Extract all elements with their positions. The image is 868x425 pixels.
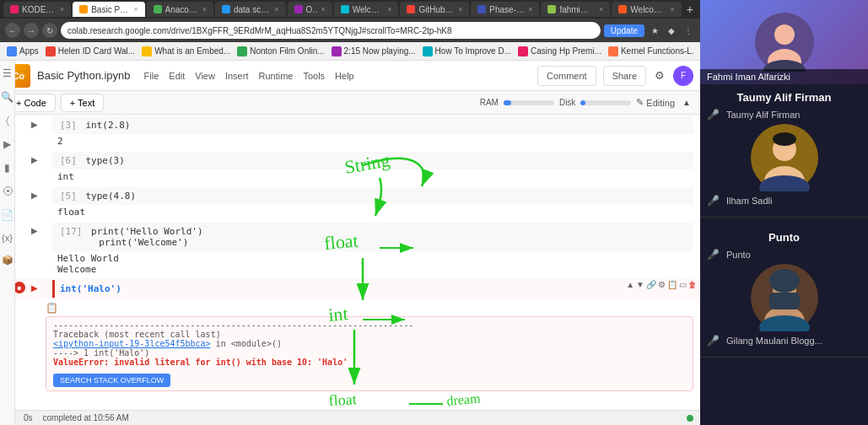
expand-icon[interactable]: ▲: [680, 96, 693, 110]
bookmark-item-1[interactable]: Helen ID Card Wal...: [46, 46, 135, 56]
sidebar-icon-8[interactable]: {x}: [2, 233, 13, 243]
settings-icon[interactable]: ⚙: [653, 69, 666, 83]
cell-down-icon[interactable]: ▼: [636, 280, 644, 289]
bookmark-item-4[interactable]: 2:15 Now playing...: [332, 46, 416, 56]
run-button-17[interactable]: ▶: [27, 223, 42, 238]
back-button[interactable]: ←: [5, 23, 20, 38]
new-tab-button[interactable]: +: [683, 3, 697, 16]
participant-name-taumy: Taumy Alif Firman: [726, 110, 800, 120]
menu-view[interactable]: View: [195, 71, 215, 81]
sidebar-icon-4[interactable]: ▶: [3, 138, 11, 150]
tab-close-9[interactable]: ×: [671, 5, 675, 13]
notebook-title: Basic Python.ipynb: [37, 69, 131, 82]
update-button[interactable]: Update: [604, 24, 644, 37]
browser-tab-9[interactable]: Welcome To...×: [612, 2, 682, 17]
cell-code-17[interactable]: [17] print('Hello World') print('Welcome…: [52, 223, 693, 251]
run-button-3[interactable]: ▶: [27, 116, 42, 132]
ram-label: RAM: [480, 98, 499, 107]
taumy-avatar-container: [707, 124, 861, 191]
editing-badge[interactable]: ✎ Editing: [636, 97, 675, 108]
sidebar-icon-9[interactable]: 📦: [2, 255, 13, 266]
participant-name-punto: Punto: [726, 250, 751, 260]
cell-code-3[interactable]: [3] int(2.8): [52, 116, 693, 134]
run-button-5[interactable]: ▶: [27, 187, 42, 202]
run-button-6[interactable]: ▶: [27, 152, 42, 167]
cell-code-6[interactable]: [6] type(3): [52, 152, 693, 169]
tab-close-5[interactable]: ×: [387, 5, 391, 13]
browser-tab-0[interactable]: KODE by H...×: [3, 2, 71, 17]
stop-icon: ■: [18, 284, 22, 292]
tab-close-8[interactable]: ×: [599, 5, 603, 13]
reload-button[interactable]: ↻: [42, 23, 57, 38]
cell-copy-icon[interactable]: 📋: [667, 280, 677, 289]
cell-settings-icon[interactable]: ⚙: [658, 280, 666, 289]
tab-close-2[interactable]: ×: [202, 5, 207, 13]
menu-tools[interactable]: Tools: [303, 71, 325, 81]
participant-section-title-taumy: Taumy Alif Firman: [707, 91, 861, 104]
cell-code-halo[interactable]: int('Halo'): [52, 280, 616, 298]
participant-row-gilang: 🎤 Gilang Maulani Blogg...: [707, 335, 861, 347]
browser-tab-3[interactable]: data science...×: [215, 2, 286, 17]
menu-help[interactable]: Help: [335, 71, 354, 81]
cell-row-17: ▶ [17] print('Hello World') print('Welco…: [15, 221, 700, 278]
traceback-link[interactable]: <ipython-input-19-3lce54f5bbca>: [53, 339, 211, 348]
extensions-icon[interactable]: ◆: [665, 24, 678, 37]
tab-close-1[interactable]: ×: [133, 5, 137, 13]
cell-mirror-icon[interactable]: ▭: [679, 280, 687, 289]
tab-favicon-4: [294, 5, 303, 13]
bm-favicon-0: [7, 46, 17, 56]
bookmark-item-3[interactable]: Nonton Film Onlin...: [237, 46, 324, 56]
cell-delete-icon[interactable]: 🗑: [688, 280, 697, 289]
bookmark-star-icon[interactable]: ★: [648, 24, 661, 37]
browser-tab-5[interactable]: Welcome t...×: [334, 2, 399, 17]
presenter-video: Fahmi Iman Alfarizki: [700, 0, 868, 84]
status-completed: completed at 10:56 AM: [43, 413, 129, 422]
bookmark-item-6[interactable]: Casing Hp Premi...: [518, 46, 601, 56]
tab-close-3[interactable]: ×: [274, 5, 278, 13]
bookmark-item-7[interactable]: Kernel Functions-L...: [608, 46, 693, 56]
menu-file[interactable]: File: [144, 71, 159, 81]
cell-row-halo: ■ ▶ int('Halo') ▲ ▼ 🔗: [15, 278, 700, 299]
tab-close-7[interactable]: ×: [528, 5, 532, 13]
sidebar-icon-7[interactable]: 📄: [1, 209, 13, 221]
cell-code-5[interactable]: [5] type(4.8): [52, 187, 693, 205]
cell-num-6: [6]: [60, 155, 77, 166]
copy-output-icon[interactable]: 📋: [46, 302, 58, 314]
colab-header: Co Basic Python.ipynb File Edit View Ins…: [0, 61, 700, 91]
browser-tab-6[interactable]: GitHub Clas...×: [400, 2, 469, 17]
browser-tab-4[interactable]: Other×: [288, 2, 332, 17]
browser-tab-1[interactable]: Basic Python...×: [73, 2, 144, 17]
sidebar-icon-3[interactable]: 〈: [6, 115, 9, 126]
browser-tab-8[interactable]: fahmimnalfir...×: [541, 2, 610, 17]
user-avatar[interactable]: F: [673, 66, 693, 86]
menu-insert[interactable]: Insert: [225, 71, 249, 81]
bookmark-item-5[interactable]: How To Improve D...: [423, 46, 511, 56]
tab-close-4[interactable]: ×: [321, 5, 326, 13]
traceback-separator: ----------------------------------------…: [53, 320, 686, 330]
forward-button[interactable]: →: [24, 23, 39, 38]
menu-runtime[interactable]: Runtime: [258, 71, 293, 81]
add-text-button[interactable]: + Text: [61, 94, 104, 112]
comment-button[interactable]: Comment: [537, 66, 596, 86]
bm-favicon-1: [46, 46, 56, 56]
bookmark-item-2[interactable]: What is an Embed...: [142, 46, 230, 56]
tab-close-6[interactable]: ×: [458, 5, 462, 13]
run-button-halo[interactable]: ▶: [27, 280, 42, 295]
share-button[interactable]: Share: [603, 66, 646, 86]
menu-edit[interactable]: Edit: [169, 71, 185, 81]
cell-up-icon[interactable]: ▲: [626, 280, 634, 289]
browser-tab-7[interactable]: Phase-X-FT...×: [471, 2, 539, 17]
sidebar-icon-6[interactable]: 🖸: [3, 186, 13, 197]
bookmark-item-0[interactable]: Apps: [7, 46, 39, 56]
error-message: ValueError: invalid literal for int() wi…: [53, 358, 686, 367]
search-stackoverflow-button[interactable]: SEARCH STACK OVERFLOW: [53, 374, 170, 387]
tab-close-0[interactable]: ×: [60, 5, 64, 13]
browser-tab-2[interactable]: Anaconda I...×: [147, 2, 213, 17]
bm-label-0: Apps: [19, 46, 39, 56]
sidebar-icon-5[interactable]: ▮: [4, 162, 10, 174]
bm-favicon-7: [608, 46, 618, 56]
address-input[interactable]: [61, 22, 601, 39]
bm-favicon-2: [142, 46, 152, 56]
cell-link-icon[interactable]: 🔗: [646, 280, 656, 289]
menu-icon[interactable]: ⋮: [682, 24, 695, 37]
